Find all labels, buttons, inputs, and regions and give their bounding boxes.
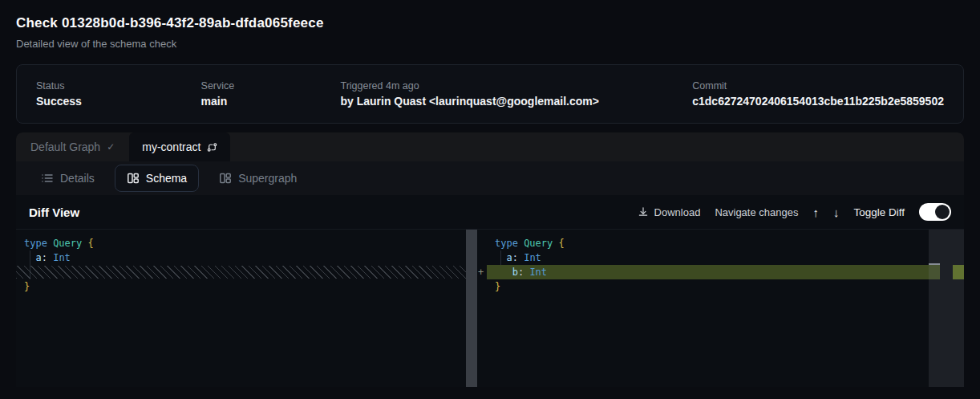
added-line-highlight [487, 265, 940, 279]
tab-supergraph-label: Supergraph [238, 172, 297, 185]
download-button[interactable]: Download [638, 206, 701, 218]
arrow-down-icon: ↓ [833, 206, 840, 219]
service-column: Service main [201, 80, 341, 108]
tab-supergraph[interactable]: Supergraph [207, 165, 309, 192]
checkmark-icon: ✓ [107, 141, 115, 153]
toggle-diff-switch[interactable] [919, 203, 951, 221]
commit-label: Commit [692, 80, 944, 92]
code-line: } [24, 279, 466, 294]
service-label: Service [201, 80, 341, 92]
view-tab-bar: Details Schema Supergraph [16, 161, 964, 195]
inserted-line-placeholder [24, 265, 466, 279]
scrollbar-slider-edge [929, 263, 940, 265]
tab-default-graph-label: Default Graph [30, 140, 100, 153]
plus-sign: + [478, 267, 484, 278]
schema-diff-editor: type Query { a: Int } type Query { a: In… [16, 229, 964, 387]
check-detail-panel: Default Graph ✓ my-contract Details [16, 132, 964, 387]
status-value: Success [36, 95, 201, 108]
tab-details[interactable]: Details [29, 165, 107, 192]
modified-code: type Query { a: Int + b: Int } [477, 230, 964, 294]
graph-tab-strip: Default Graph ✓ my-contract [16, 132, 964, 161]
added-code-line: + b: Int [495, 265, 964, 279]
status-column: Status Success [36, 80, 201, 108]
tab-my-contract-label: my-contract [142, 140, 200, 153]
check-summary-card: Status Success Service main Triggered 4m… [16, 64, 964, 124]
toggle-knob [935, 205, 950, 219]
tab-details-label: Details [60, 172, 95, 185]
hatch-pattern [16, 266, 466, 279]
download-label: Download [654, 206, 701, 218]
editor-splitter-scrollbar[interactable] [466, 230, 477, 387]
tab-schema[interactable]: Schema [115, 165, 199, 192]
commit-value: c1dc62724702406154013cbe11b225b2e5859502 [692, 95, 944, 108]
panels-icon [219, 172, 232, 185]
page-header: Check 01328b0d-b396-43f2-89ab-dfda065fee… [0, 0, 980, 50]
next-change-button[interactable]: ↓ [833, 206, 840, 218]
code-line: } [495, 279, 964, 294]
original-code: type Query { a: Int } [16, 230, 466, 294]
status-label: Status [36, 80, 201, 92]
previous-change-button[interactable]: ↑ [812, 206, 819, 218]
code-line: type Query { [495, 236, 964, 250]
arrow-up-icon: ↑ [812, 206, 819, 219]
code-line: type Query { [24, 236, 466, 250]
editor-scrollbar[interactable] [929, 230, 964, 387]
code-line: a: Int [495, 250, 964, 265]
commit-column: Commit c1dc62724702406154013cbe11b225b2e… [692, 80, 944, 108]
triggered-column: Triggered 4m ago by Laurin Quast <laurin… [340, 80, 692, 108]
diff-pane-modified[interactable]: type Query { a: Int + b: Int } [477, 230, 964, 387]
added-change-overview-marker [953, 265, 964, 279]
tab-schema-label: Schema [146, 172, 187, 185]
panels-icon [127, 172, 140, 185]
toggle-diff-label: Toggle Diff [853, 206, 905, 218]
diff-toolbar: Download Navigate changes ↑ ↓ Toggle Dif… [638, 203, 951, 221]
service-value: main [201, 95, 341, 108]
code-line: a: Int [24, 250, 466, 265]
tab-my-contract[interactable]: my-contract [129, 132, 230, 161]
git-compare-icon [207, 142, 217, 153]
tab-default-graph[interactable]: Default Graph ✓ [16, 132, 129, 161]
navigate-changes-button[interactable]: Navigate changes [715, 206, 798, 218]
diff-pane-original[interactable]: type Query { a: Int } [16, 230, 466, 387]
triggered-label: Triggered 4m ago [340, 80, 692, 92]
diff-view-title: Diff View [29, 206, 79, 219]
triggered-value: by Laurin Quast <laurinquast@googlemail.… [340, 95, 692, 108]
download-icon [638, 206, 649, 218]
list-icon [41, 172, 54, 185]
page-title: Check 01328b0d-b396-43f2-89ab-dfda065fee… [16, 15, 964, 31]
navigate-changes-label: Navigate changes [715, 206, 798, 218]
page-subtitle: Detailed view of the schema check [16, 38, 964, 50]
diff-view-header: Diff View Download Navigate changes ↑ ↓ … [16, 195, 964, 229]
